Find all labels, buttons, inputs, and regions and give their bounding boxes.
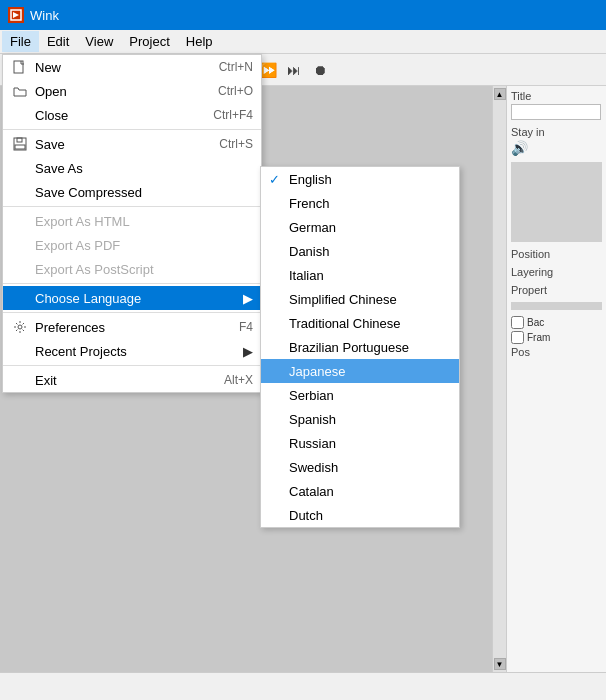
menu-file-close[interactable]: Close Ctrl+F4 (3, 103, 261, 127)
props-back-row: Bac (511, 316, 602, 329)
menu-view[interactable]: View (77, 31, 121, 52)
file-export-pdf-label: Export As PDF (35, 238, 120, 253)
menu-file-save[interactable]: Save Ctrl+S (3, 132, 261, 156)
props-frame-check[interactable] (511, 331, 524, 344)
prefs-icon (11, 318, 29, 336)
file-recentprojects-label: Recent Projects (35, 344, 127, 359)
lang-russian-label: Russian (289, 436, 336, 451)
lang-serbian-label: Serbian (289, 388, 334, 403)
sep-1 (3, 129, 261, 130)
status-bar (0, 672, 606, 700)
lang-serbian[interactable]: Serbian (261, 383, 459, 407)
lang-simplified-chinese[interactable]: Simplified Chinese (261, 287, 459, 311)
lang-dutch-label: Dutch (289, 508, 323, 523)
language-submenu: English French German Danish Italian Sim… (260, 166, 460, 528)
file-open-shortcut: Ctrl+O (218, 84, 253, 98)
lang-swedish[interactable]: Swedish (261, 455, 459, 479)
sep-5 (3, 365, 261, 366)
sep-4 (3, 312, 261, 313)
props-properties-label: Propert (511, 284, 602, 296)
lang-french[interactable]: French (261, 191, 459, 215)
file-close-label: Close (35, 108, 68, 123)
svg-rect-14 (15, 145, 25, 149)
lang-traditional-chinese[interactable]: Traditional Chinese (261, 311, 459, 335)
properties-panel: Title Stay in 🔊 Position Layering Proper… (506, 86, 606, 672)
lang-danish-label: Danish (289, 244, 329, 259)
lang-catalan[interactable]: Catalan (261, 479, 459, 503)
menu-file-preferences[interactable]: Preferences F4 (3, 315, 261, 339)
menu-file-export-pdf: Export As PDF (3, 233, 261, 257)
lang-french-label: French (289, 196, 329, 211)
open-icon (11, 82, 29, 100)
menu-file-recentprojects[interactable]: Recent Projects ▶ (3, 339, 261, 363)
menu-file-exit[interactable]: Exit Alt+X (3, 368, 261, 392)
props-stayin-label: Stay in (511, 126, 602, 138)
svg-rect-12 (14, 138, 26, 150)
submenu-arrow-language: ▶ (243, 291, 253, 306)
props-back-label: Bac (527, 317, 544, 328)
file-savecompressed-label: Save Compressed (35, 185, 142, 200)
menu-edit[interactable]: Edit (39, 31, 77, 52)
file-export-ps-label: Export As PostScript (35, 262, 154, 277)
file-open-label: Open (35, 84, 67, 99)
props-preview (511, 162, 602, 242)
submenu-arrow-recent: ▶ (243, 344, 253, 359)
props-position-label: Position (511, 248, 602, 260)
menu-file[interactable]: File (2, 31, 39, 52)
lang-japanese-label: Japanese (289, 364, 345, 379)
lang-dutch[interactable]: Dutch (261, 503, 459, 527)
vertical-scrollbar[interactable]: ▲ ▼ (492, 86, 506, 672)
scroll-down[interactable]: ▼ (494, 658, 506, 670)
props-position-section: Position (511, 248, 602, 260)
sound-icon: 🔊 (511, 140, 528, 156)
file-save-shortcut: Ctrl+S (219, 137, 253, 151)
menu-file-new[interactable]: New Ctrl+N (3, 55, 261, 79)
menu-help[interactable]: Help (178, 31, 221, 52)
lang-swedish-label: Swedish (289, 460, 338, 475)
lang-russian[interactable]: Russian (261, 431, 459, 455)
props-title-input[interactable] (511, 104, 601, 120)
file-export-html-label: Export As HTML (35, 214, 130, 229)
menu-file-language[interactable]: Choose Language ▶ (3, 286, 261, 310)
lang-german[interactable]: German (261, 215, 459, 239)
sep-2 (3, 206, 261, 207)
file-exit-label: Exit (35, 373, 57, 388)
menu-project[interactable]: Project (121, 31, 177, 52)
save-icon (11, 135, 29, 153)
app-icon (8, 7, 24, 23)
title-bar: Wink (0, 0, 606, 30)
props-frame-label: Fram (527, 332, 550, 343)
file-dropdown: New Ctrl+N Open Ctrl+O Close Ctrl+F4 Sav… (2, 54, 262, 393)
sep-3 (3, 283, 261, 284)
menu-file-savecompressed[interactable]: Save Compressed (3, 180, 261, 204)
props-layering-label: Layering (511, 266, 602, 278)
file-preferences-shortcut: F4 (239, 320, 253, 334)
lang-brazilian-portuguese[interactable]: Brazilian Portuguese (261, 335, 459, 359)
file-saveas-label: Save As (35, 161, 83, 176)
props-back-check[interactable] (511, 316, 524, 329)
props-pos-label: Pos (511, 346, 602, 358)
menu-file-open[interactable]: Open Ctrl+O (3, 79, 261, 103)
svg-rect-11 (14, 61, 23, 73)
scroll-up[interactable]: ▲ (494, 88, 506, 100)
lang-danish[interactable]: Danish (261, 239, 459, 263)
props-title-label: Title (511, 90, 602, 102)
menu-bar: File Edit View Project Help (0, 30, 606, 54)
lang-spanish[interactable]: Spanish (261, 407, 459, 431)
lang-italian-label: Italian (289, 268, 324, 283)
menu-file-saveas[interactable]: Save As (3, 156, 261, 180)
toolbar-record[interactable]: ⏺ (308, 58, 332, 82)
toolbar-last[interactable]: ⏭ (282, 58, 306, 82)
props-properties-section: Propert (511, 284, 602, 296)
props-stayin-section: Stay in 🔊 (511, 126, 602, 156)
file-new-shortcut: Ctrl+N (219, 60, 253, 74)
lang-english[interactable]: English (261, 167, 459, 191)
svg-rect-13 (17, 138, 22, 142)
lang-japanese[interactable]: Japanese (261, 359, 459, 383)
props-title-section: Title (511, 90, 602, 120)
file-close-shortcut: Ctrl+F4 (213, 108, 253, 122)
props-frame-row: Fram (511, 331, 602, 344)
lang-italian[interactable]: Italian (261, 263, 459, 287)
svg-point-15 (18, 325, 22, 329)
lang-simplified-chinese-label: Simplified Chinese (289, 292, 397, 307)
